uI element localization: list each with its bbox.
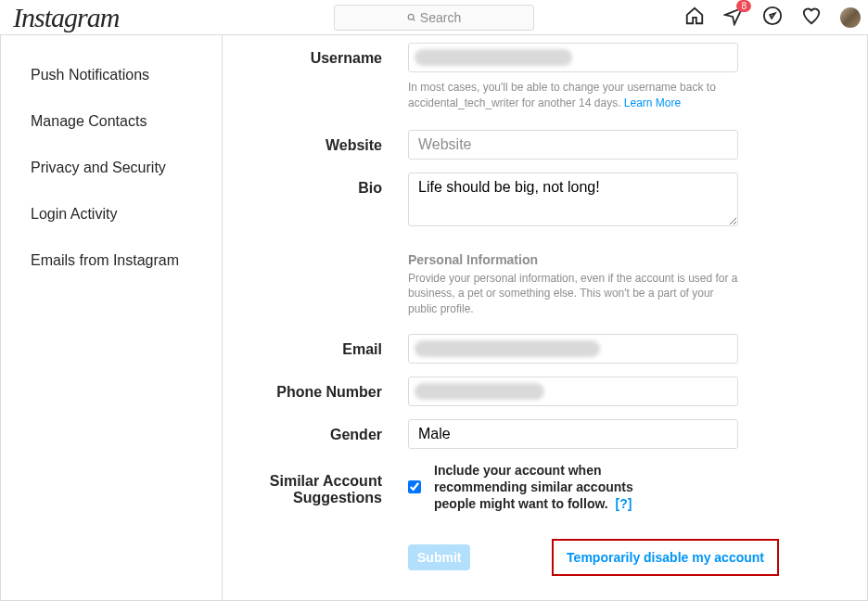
similar-checkbox-label: Include your account when recommending s…: [434, 462, 657, 513]
search-input[interactable]: Search: [334, 5, 534, 31]
similar-label: Similar Account Suggestions: [260, 462, 408, 506]
svg-marker-3: [770, 13, 775, 19]
avatar[interactable]: [840, 7, 861, 28]
sidebar-item-manage-contacts[interactable]: Manage Contacts: [1, 98, 222, 145]
learn-more-link[interactable]: Learn More: [624, 96, 681, 109]
phone-label: Phone Number: [260, 377, 408, 401]
bio-textarea[interactable]: Life should be big, not long!: [408, 173, 738, 226]
username-helper: In most cases, you'll be able to change …: [408, 80, 738, 111]
svg-line-1: [413, 19, 415, 20]
edit-profile-main: Username In most cases, you'll be able t…: [223, 35, 868, 601]
bio-label: Bio: [260, 173, 408, 197]
home-icon[interactable]: [684, 6, 705, 30]
messages-icon[interactable]: 8: [723, 6, 744, 30]
instagram-logo[interactable]: Instagram: [13, 2, 119, 33]
personal-info-heading: Personal Information: [408, 252, 738, 267]
sidebar-item-privacy-security[interactable]: Privacy and Security: [1, 145, 222, 191]
top-header: Instagram Search 8: [0, 0, 868, 35]
gender-input[interactable]: [408, 419, 738, 449]
messages-badge: 8: [736, 0, 751, 12]
activity-icon[interactable]: [801, 6, 822, 30]
disable-account-link[interactable]: Temporarily disable my account: [552, 539, 779, 576]
nav-icons: 8: [684, 6, 861, 30]
gender-label: Gender: [260, 419, 408, 443]
similar-checkbox[interactable]: [408, 480, 421, 493]
submit-button[interactable]: Submit: [408, 544, 470, 570]
search-placeholder: Search: [420, 10, 461, 25]
search-icon: [407, 13, 416, 22]
svg-point-0: [408, 14, 414, 19]
sidebar-item-push-notifications[interactable]: Push Notifications: [1, 52, 222, 98]
personal-info-block: Personal Information Provide your person…: [408, 252, 738, 317]
email-input[interactable]: [408, 334, 738, 364]
username-label: Username: [260, 43, 408, 67]
website-label: Website: [260, 130, 408, 154]
username-input[interactable]: [408, 43, 738, 72]
similar-help-link[interactable]: [?]: [615, 496, 632, 511]
sidebar-item-login-activity[interactable]: Login Activity: [1, 191, 222, 237]
personal-info-desc: Provide your personal information, even …: [408, 271, 738, 317]
explore-icon[interactable]: [762, 6, 783, 30]
email-label: Email: [260, 334, 408, 358]
website-input[interactable]: [408, 130, 738, 160]
phone-input[interactable]: [408, 377, 738, 406]
sidebar-item-emails[interactable]: Emails from Instagram: [1, 237, 222, 284]
settings-sidebar: Push Notifications Manage Contacts Priva…: [0, 35, 223, 601]
